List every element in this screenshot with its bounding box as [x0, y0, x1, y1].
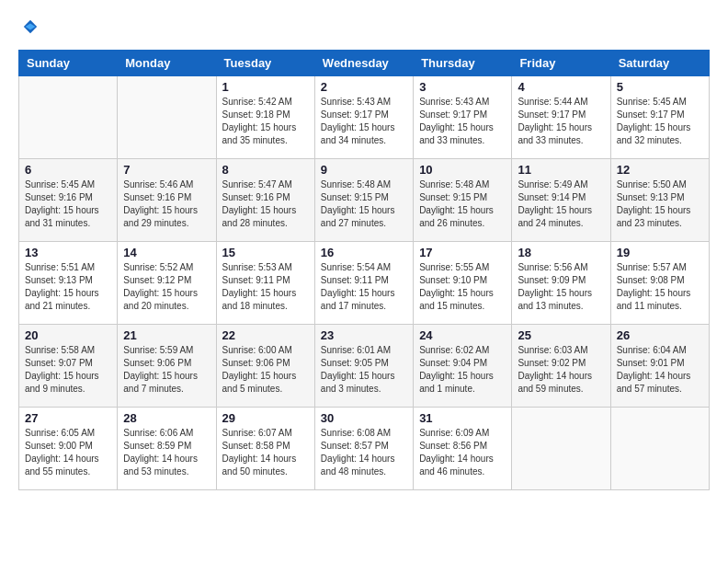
day-number: 30 [321, 411, 407, 425]
day-number: 11 [518, 163, 604, 177]
day-info: Sunrise: 5:56 AM Sunset: 9:09 PM Dayligh… [518, 261, 604, 313]
day-info: Sunrise: 6:03 AM Sunset: 9:02 PM Dayligh… [518, 344, 604, 396]
calendar-cell: 3Sunrise: 5:43 AM Sunset: 9:17 PM Daylig… [414, 76, 512, 159]
day-number: 8 [222, 163, 309, 177]
calendar-cell: 18Sunrise: 5:56 AM Sunset: 9:09 PM Dayli… [512, 242, 610, 325]
day-info: Sunrise: 5:43 AM Sunset: 9:17 PM Dayligh… [419, 96, 506, 147]
day-number: 31 [419, 411, 506, 425]
calendar-cell [118, 76, 216, 159]
calendar-cell: 8Sunrise: 5:47 AM Sunset: 9:16 PM Daylig… [216, 159, 314, 242]
day-number: 9 [321, 163, 407, 177]
page-header [18, 18, 710, 35]
day-number: 29 [222, 411, 309, 425]
day-info: Sunrise: 6:04 AM Sunset: 9:01 PM Dayligh… [617, 344, 703, 396]
day-number: 6 [25, 163, 111, 177]
calendar-cell: 31Sunrise: 6:09 AM Sunset: 8:56 PM Dayli… [414, 408, 512, 490]
day-info: Sunrise: 6:02 AM Sunset: 9:04 PM Dayligh… [419, 344, 506, 396]
day-number: 16 [321, 246, 407, 259]
day-info: Sunrise: 5:45 AM Sunset: 9:16 PM Dayligh… [25, 178, 111, 230]
day-info: Sunrise: 5:48 AM Sunset: 9:15 PM Dayligh… [419, 178, 506, 230]
day-number: 13 [25, 246, 111, 259]
calendar-cell: 1Sunrise: 5:42 AM Sunset: 9:18 PM Daylig… [216, 76, 314, 159]
day-info: Sunrise: 5:44 AM Sunset: 9:17 PM Dayligh… [518, 96, 604, 147]
day-info: Sunrise: 5:50 AM Sunset: 9:13 PM Dayligh… [617, 178, 703, 230]
day-info: Sunrise: 6:08 AM Sunset: 8:57 PM Dayligh… [321, 427, 407, 478]
day-info: Sunrise: 6:06 AM Sunset: 8:59 PM Dayligh… [123, 427, 210, 478]
day-number: 17 [419, 246, 506, 259]
day-number: 25 [518, 328, 604, 342]
calendar-cell [512, 408, 610, 490]
calendar-cell: 25Sunrise: 6:03 AM Sunset: 9:02 PM Dayli… [512, 325, 610, 408]
day-info: Sunrise: 6:00 AM Sunset: 9:06 PM Dayligh… [222, 344, 309, 396]
day-info: Sunrise: 5:48 AM Sunset: 9:15 PM Dayligh… [321, 178, 407, 230]
calendar-cell: 7Sunrise: 5:46 AM Sunset: 9:16 PM Daylig… [118, 159, 216, 242]
day-info: Sunrise: 6:05 AM Sunset: 9:00 PM Dayligh… [25, 427, 111, 478]
day-info: Sunrise: 6:07 AM Sunset: 8:58 PM Dayligh… [222, 427, 309, 478]
calendar-cell: 5Sunrise: 5:45 AM Sunset: 9:17 PM Daylig… [610, 76, 709, 159]
day-info: Sunrise: 5:52 AM Sunset: 9:12 PM Dayligh… [123, 261, 210, 313]
calendar-cell [19, 76, 118, 159]
day-number: 20 [25, 328, 111, 342]
logo [18, 18, 39, 35]
day-info: Sunrise: 5:57 AM Sunset: 9:08 PM Dayligh… [617, 261, 703, 313]
day-number: 1 [222, 80, 309, 94]
day-info: Sunrise: 5:51 AM Sunset: 9:13 PM Dayligh… [25, 261, 111, 313]
day-number: 2 [321, 80, 407, 94]
day-info: Sunrise: 5:47 AM Sunset: 9:16 PM Dayligh… [222, 178, 309, 230]
day-number: 23 [321, 328, 407, 342]
calendar-cell: 17Sunrise: 5:55 AM Sunset: 9:10 PM Dayli… [414, 242, 512, 325]
calendar-cell: 13Sunrise: 5:51 AM Sunset: 9:13 PM Dayli… [19, 242, 118, 325]
calendar-cell: 24Sunrise: 6:02 AM Sunset: 9:04 PM Dayli… [414, 325, 512, 408]
day-info: Sunrise: 5:55 AM Sunset: 9:10 PM Dayligh… [419, 261, 506, 313]
day-info: Sunrise: 5:58 AM Sunset: 9:07 PM Dayligh… [25, 344, 111, 396]
day-number: 27 [25, 411, 111, 425]
calendar-cell: 2Sunrise: 5:43 AM Sunset: 9:17 PM Daylig… [314, 76, 413, 159]
calendar-week-row: 6Sunrise: 5:45 AM Sunset: 9:16 PM Daylig… [19, 159, 710, 242]
day-number: 21 [123, 328, 210, 342]
day-info: Sunrise: 5:53 AM Sunset: 9:11 PM Dayligh… [222, 261, 309, 313]
calendar-cell: 6Sunrise: 5:45 AM Sunset: 9:16 PM Daylig… [19, 159, 118, 242]
day-number: 26 [617, 328, 703, 342]
logo-icon [22, 18, 39, 35]
day-number: 28 [123, 411, 210, 425]
day-info: Sunrise: 5:49 AM Sunset: 9:14 PM Dayligh… [518, 178, 604, 230]
day-number: 14 [123, 246, 210, 259]
calendar-week-row: 27Sunrise: 6:05 AM Sunset: 9:00 PM Dayli… [19, 408, 710, 490]
calendar-cell: 10Sunrise: 5:48 AM Sunset: 9:15 PM Dayli… [414, 159, 512, 242]
calendar-cell: 12Sunrise: 5:50 AM Sunset: 9:13 PM Dayli… [610, 159, 709, 242]
day-number: 4 [518, 80, 604, 94]
day-info: Sunrise: 5:45 AM Sunset: 9:17 PM Dayligh… [617, 96, 703, 147]
calendar-week-row: 1Sunrise: 5:42 AM Sunset: 9:18 PM Daylig… [19, 76, 710, 159]
day-number: 12 [617, 163, 703, 177]
calendar-header-monday: Monday [118, 51, 216, 76]
calendar-cell: 22Sunrise: 6:00 AM Sunset: 9:06 PM Dayli… [216, 325, 314, 408]
day-number: 19 [617, 246, 703, 259]
calendar-cell: 16Sunrise: 5:54 AM Sunset: 9:11 PM Dayli… [314, 242, 413, 325]
day-info: Sunrise: 6:09 AM Sunset: 8:56 PM Dayligh… [419, 427, 506, 478]
day-number: 7 [123, 163, 210, 177]
day-info: Sunrise: 5:42 AM Sunset: 9:18 PM Dayligh… [222, 96, 309, 147]
calendar-week-row: 13Sunrise: 5:51 AM Sunset: 9:13 PM Dayli… [19, 242, 710, 325]
day-number: 3 [419, 80, 506, 94]
calendar-header-sunday: Sunday [19, 51, 118, 76]
day-number: 15 [222, 246, 309, 259]
day-number: 22 [222, 328, 309, 342]
calendar-cell: 30Sunrise: 6:08 AM Sunset: 8:57 PM Dayli… [314, 408, 413, 490]
calendar-header-tuesday: Tuesday [216, 51, 314, 76]
calendar-cell [610, 408, 709, 490]
calendar-cell: 14Sunrise: 5:52 AM Sunset: 9:12 PM Dayli… [118, 242, 216, 325]
calendar-cell: 4Sunrise: 5:44 AM Sunset: 9:17 PM Daylig… [512, 76, 610, 159]
calendar-header-saturday: Saturday [610, 51, 709, 76]
day-info: Sunrise: 5:46 AM Sunset: 9:16 PM Dayligh… [123, 178, 210, 230]
calendar-cell: 27Sunrise: 6:05 AM Sunset: 9:00 PM Dayli… [19, 408, 118, 490]
calendar-table: SundayMondayTuesdayWednesdayThursdayFrid… [18, 50, 710, 490]
day-info: Sunrise: 5:59 AM Sunset: 9:06 PM Dayligh… [123, 344, 210, 396]
calendar-cell: 9Sunrise: 5:48 AM Sunset: 9:15 PM Daylig… [314, 159, 413, 242]
day-info: Sunrise: 5:43 AM Sunset: 9:17 PM Dayligh… [321, 96, 407, 147]
calendar-cell: 15Sunrise: 5:53 AM Sunset: 9:11 PM Dayli… [216, 242, 314, 325]
day-number: 5 [617, 80, 703, 94]
calendar-cell: 29Sunrise: 6:07 AM Sunset: 8:58 PM Dayli… [216, 408, 314, 490]
calendar-header-row: SundayMondayTuesdayWednesdayThursdayFrid… [19, 51, 710, 76]
calendar-cell: 20Sunrise: 5:58 AM Sunset: 9:07 PM Dayli… [19, 325, 118, 408]
day-number: 10 [419, 163, 506, 177]
